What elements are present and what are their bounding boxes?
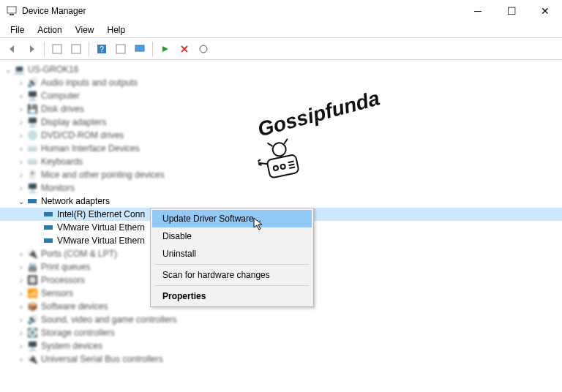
- tree-system[interactable]: ›🖥️System devices: [0, 339, 562, 353]
- hid-icon: ⌨️: [26, 143, 38, 154]
- disk-icon: 💾: [26, 104, 38, 114]
- tree-network-adapters[interactable]: ⌄Network adapters: [0, 195, 562, 208]
- window-title: Device Manager: [22, 6, 461, 16]
- ctx-separator: [155, 264, 309, 265]
- computer-icon: 💻: [13, 64, 25, 75]
- tree-keyboards[interactable]: ›⌨️Keyboards: [0, 155, 562, 168]
- tree-computer[interactable]: ›🖥️Computer: [0, 89, 562, 102]
- close-button[interactable]: ✕: [528, 0, 562, 22]
- sensor-icon: 📶: [26, 288, 38, 298]
- svg-rect-9: [28, 199, 37, 203]
- svg-rect-6: [116, 45, 125, 53]
- system-icon: 🖥️: [26, 341, 38, 351]
- ctx-properties[interactable]: Properties: [152, 287, 312, 305]
- forward-icon[interactable]: [23, 41, 40, 57]
- refresh-icon[interactable]: [195, 41, 211, 57]
- toolbar-icon-2[interactable]: [68, 41, 84, 57]
- help-icon[interactable]: ?: [94, 41, 110, 57]
- ctx-scan[interactable]: Scan for hardware changes: [152, 266, 312, 284]
- speaker-icon: 🔊: [26, 78, 38, 88]
- menu-help[interactable]: Help: [102, 23, 132, 37]
- port-icon: 🔌: [26, 249, 38, 259]
- tree-mice[interactable]: ›🖱️Mice and other pointing devices: [0, 168, 562, 181]
- cd-icon: 💿: [26, 130, 38, 140]
- tree-usb[interactable]: ›🔌Universal Serial Bus controllers: [0, 353, 562, 366]
- display-icon: 🖥️: [26, 117, 38, 127]
- back-icon[interactable]: [4, 41, 20, 57]
- tree-hid[interactable]: ›⌨️Human Interface Devices: [0, 142, 562, 155]
- ctx-update-driver[interactable]: Update Driver Software...: [152, 210, 312, 227]
- maximize-button[interactable]: ☐: [495, 0, 528, 22]
- printer-icon: 🖨️: [26, 262, 38, 272]
- menu-file[interactable]: File: [4, 23, 30, 37]
- nic-icon: [42, 209, 54, 219]
- menu-view[interactable]: View: [70, 23, 100, 37]
- device-manager-icon: [6, 5, 18, 17]
- toolbar-icon-1[interactable]: [49, 41, 65, 57]
- cpu-icon: 🔲: [26, 275, 38, 285]
- toolbar-icon-3[interactable]: [113, 41, 129, 57]
- tree-dvd[interactable]: ›💿DVD/CD-ROM drives: [0, 129, 562, 142]
- nic-icon: [42, 235, 54, 246]
- ctx-separator: [155, 285, 309, 286]
- usb-icon: 🔌: [26, 354, 38, 364]
- sound-icon: 🔊: [26, 314, 38, 325]
- monitor-tree-icon: 🖥️: [26, 183, 38, 193]
- toolbar: ?: [0, 38, 562, 60]
- mouse-icon: 🖱️: [26, 170, 38, 180]
- tree-sound[interactable]: ›🔊Sound, video and game controllers: [0, 313, 562, 326]
- network-icon: [26, 196, 38, 206]
- monitor-icon[interactable]: [132, 41, 148, 57]
- tree-monitors[interactable]: ›🖥️Monitors: [0, 181, 562, 195]
- context-menu: Update Driver Software... Disable Uninst…: [150, 208, 314, 307]
- tree-display[interactable]: ›🖥️Display adapters: [0, 116, 562, 129]
- svg-rect-2: [53, 45, 61, 53]
- svg-rect-12: [44, 238, 53, 243]
- enable-icon[interactable]: [157, 41, 173, 57]
- svg-text:?: ?: [100, 45, 104, 53]
- ctx-uninstall[interactable]: Uninstall: [152, 245, 312, 263]
- disable-red-icon[interactable]: [176, 41, 192, 57]
- ctx-disable[interactable]: Disable: [152, 227, 312, 245]
- svg-rect-0: [7, 7, 16, 13]
- nic-icon: [42, 222, 54, 233]
- minimize-button[interactable]: ─: [461, 0, 495, 22]
- tree-storage[interactable]: ›💽Storage controllers: [0, 326, 562, 339]
- svg-rect-1: [10, 14, 14, 15]
- tree-root[interactable]: ⌄💻US-GROK16: [0, 63, 562, 76]
- svg-point-8: [200, 45, 207, 53]
- svg-rect-11: [44, 225, 53, 230]
- tree-audio[interactable]: ›🔊Audio inputs and outputs: [0, 76, 562, 89]
- svg-rect-10: [44, 212, 53, 216]
- menu-action[interactable]: Action: [31, 23, 67, 37]
- keyboard-icon: ⌨️: [26, 157, 38, 167]
- pc-icon: 🖥️: [26, 91, 38, 101]
- svg-rect-3: [72, 45, 80, 53]
- tree-disk[interactable]: ›💾Disk drives: [0, 102, 562, 116]
- storage-icon: 💽: [26, 328, 38, 338]
- svg-rect-7: [135, 45, 144, 51]
- software-icon: 📦: [26, 301, 38, 312]
